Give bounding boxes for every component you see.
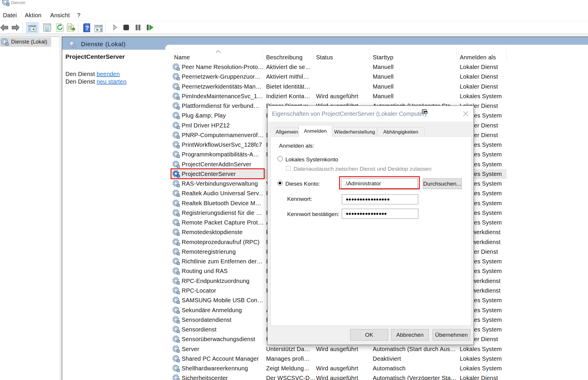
svg-text:?: ? bbox=[85, 24, 89, 32]
